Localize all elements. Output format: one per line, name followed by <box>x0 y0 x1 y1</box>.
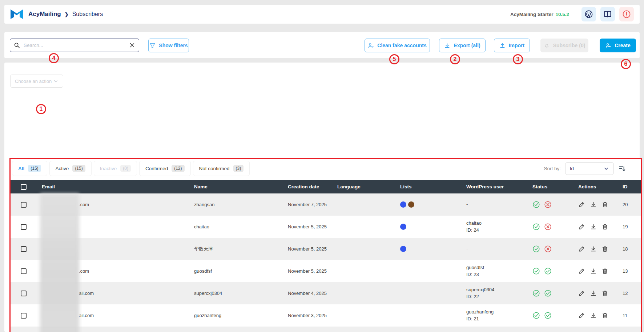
version-label: 10.5.2 <box>555 12 569 17</box>
list-dot-blue[interactable] <box>400 246 406 252</box>
search-box[interactable] <box>10 39 139 52</box>
delete-icon[interactable] <box>601 245 608 252</box>
choose-action-select[interactable]: Choose an action <box>10 75 63 88</box>
plan-label: AcyMailing Starter <box>510 12 554 17</box>
clean-fake-accounts-button[interactable]: Clean fake accounts <box>365 39 430 52</box>
create-button[interactable]: Create <box>600 39 636 52</box>
search-input[interactable] <box>24 43 125 48</box>
clear-search-icon[interactable] <box>129 42 135 48</box>
alert-button[interactable] <box>619 7 634 21</box>
actions-cell <box>575 312 616 319</box>
list-dot-brown[interactable] <box>408 201 414 208</box>
breadcrumb-brand[interactable]: AcyMailing <box>28 11 61 18</box>
export-row-icon[interactable] <box>590 268 597 275</box>
select-all-checkbox[interactable] <box>21 184 27 190</box>
clean-fake-accounts-label: Clean fake accounts <box>377 43 426 48</box>
tab-count-badge: (15) <box>72 165 85 172</box>
tab-label: All <box>18 166 24 171</box>
lists-cell <box>394 246 460 252</box>
annotation-circle-3: 3 <box>513 54 523 64</box>
table-row: .comzhangsanNovember 7, 2025-20 <box>11 193 641 216</box>
status-subscribed-icon[interactable] <box>532 223 540 231</box>
status-confirmed-icon[interactable] <box>544 289 552 297</box>
sort-by-value: Id <box>570 166 574 171</box>
wordpress-user-cell: - <box>460 245 526 252</box>
edit-icon[interactable] <box>578 268 585 275</box>
status-subscribed-icon[interactable] <box>532 289 540 297</box>
actions-cell <box>575 290 616 297</box>
show-filters-button[interactable]: Show filters <box>148 39 189 52</box>
status-cell <box>526 245 575 253</box>
import-button[interactable]: Import <box>494 39 530 52</box>
tab-all[interactable]: All(15) <box>12 161 47 176</box>
row-checkbox[interactable] <box>21 246 27 252</box>
export-row-icon[interactable] <box>590 290 597 297</box>
column-header-status: Status <box>526 184 575 189</box>
sort-by-select[interactable]: Id <box>565 162 614 175</box>
status-confirmed-icon[interactable] <box>544 312 552 319</box>
tab-confirmed[interactable]: Confirmed(12) <box>139 161 191 176</box>
id-cell: 12 <box>616 291 641 296</box>
tab-label: Not confirmed <box>199 166 230 171</box>
status-unconfirmed-icon[interactable] <box>544 245 552 253</box>
name-cell: guozhanfeng <box>188 313 281 318</box>
main-panel: Choose an action All(15)Active(15)Inacti… <box>4 63 640 332</box>
row-checkbox[interactable] <box>21 224 27 230</box>
status-subscribed-icon[interactable] <box>532 201 540 208</box>
user-check-icon <box>368 43 374 49</box>
status-subscribed-icon[interactable] <box>532 245 540 253</box>
list-dot-blue[interactable] <box>400 224 406 230</box>
book-icon <box>603 10 612 19</box>
status-subscribed-icon[interactable] <box>532 267 540 275</box>
edit-icon[interactable] <box>578 223 585 230</box>
wordpress-button[interactable] <box>581 7 596 21</box>
creation-date-cell: November 5, 2025 <box>281 224 331 229</box>
actions-cell <box>575 268 616 275</box>
delete-icon[interactable] <box>601 223 608 230</box>
tab-label: Active <box>56 166 69 171</box>
list-dot-blue[interactable] <box>400 201 406 208</box>
delete-icon[interactable] <box>601 312 608 319</box>
wp-user-id: ID: 23 <box>466 271 526 278</box>
sort-direction-icon[interactable] <box>618 165 626 173</box>
tab-active[interactable]: Active(15) <box>49 161 92 176</box>
export-row-icon[interactable] <box>590 245 597 252</box>
wordpress-user-cell: - <box>460 201 526 208</box>
tab-count-badge: (3) <box>233 165 244 172</box>
wp-user-name: guo <box>466 331 526 332</box>
name-cell: 华数天津 <box>188 246 281 252</box>
edit-icon[interactable] <box>578 245 585 252</box>
delete-icon[interactable] <box>601 201 608 208</box>
row-checkbox[interactable] <box>21 202 27 208</box>
subscribe-button[interactable]: Subscribe (0) <box>540 39 588 52</box>
choose-action-label: Choose an action <box>15 79 52 84</box>
tab-not-confirmed[interactable]: Not confirmed(3) <box>193 161 250 176</box>
edit-icon[interactable] <box>578 312 585 319</box>
documentation-button[interactable] <box>600 7 615 21</box>
export-row-icon[interactable] <box>590 223 597 230</box>
status-subscribed-icon[interactable] <box>532 312 540 319</box>
status-unconfirmed-icon[interactable] <box>544 201 552 208</box>
edit-icon[interactable] <box>578 290 585 297</box>
edit-icon[interactable] <box>578 201 585 208</box>
row-checkbox[interactable] <box>21 268 27 274</box>
wp-user-id: ID: 24 <box>466 227 526 234</box>
row-checkbox[interactable] <box>21 313 27 319</box>
export-row-icon[interactable] <box>590 312 597 319</box>
annotation-circle-4: 4 <box>49 53 59 63</box>
actions-cell <box>575 201 616 208</box>
status-tabs: All(15)Active(15)Inactive(0)Confirmed(12… <box>12 161 250 176</box>
delete-icon[interactable] <box>601 290 608 297</box>
name-cell: zhangsan <box>188 202 281 207</box>
annotation-circle-2: 2 <box>450 54 460 64</box>
tab-count-badge: (15) <box>28 165 41 172</box>
export-button[interactable]: Export (all) <box>439 39 486 52</box>
tab-inactive[interactable]: Inactive(0) <box>94 161 137 176</box>
status-confirmed-icon[interactable] <box>544 267 552 275</box>
id-cell: 11 <box>616 313 641 318</box>
status-unconfirmed-icon[interactable] <box>544 223 552 231</box>
delete-icon[interactable] <box>601 268 608 275</box>
row-checkbox-cell <box>11 313 35 319</box>
row-checkbox[interactable] <box>21 291 27 296</box>
export-row-icon[interactable] <box>590 201 597 208</box>
